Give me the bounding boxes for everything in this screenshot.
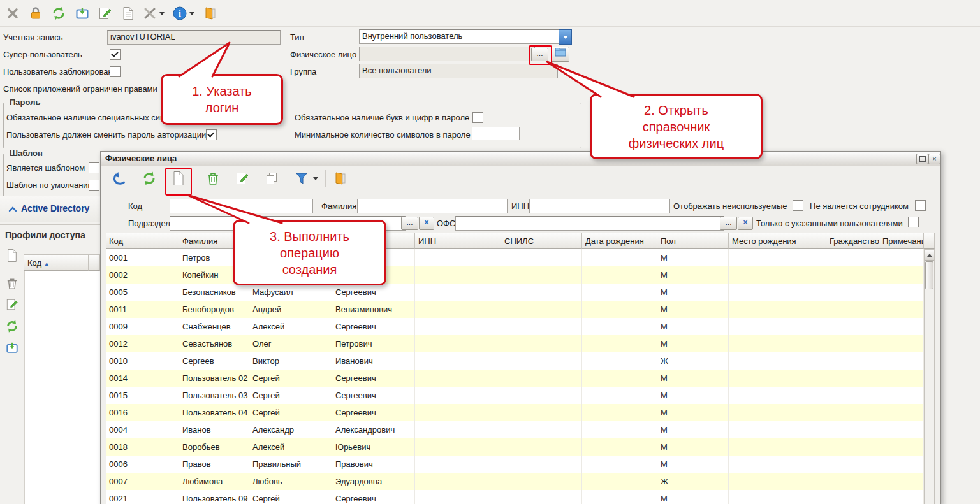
column-header[interactable]: Место рождения <box>729 233 826 249</box>
maximize-dialog-button[interactable] <box>916 154 928 164</box>
close-form-button[interactable] <box>4 4 22 22</box>
table-row[interactable]: 0010СергеевВикторИвановичЖ <box>106 352 924 370</box>
profiles-header-stub <box>89 254 100 271</box>
toolbar-separator <box>168 5 168 22</box>
column-header[interactable]: Дата рождения <box>582 233 657 249</box>
letters-digits-checkbox[interactable] <box>472 112 483 123</box>
tools-dropdown-caret-icon[interactable] <box>158 4 166 22</box>
table-row[interactable]: 0014Пользователь 02СергейСергеевичМ <box>106 370 924 387</box>
table-row[interactable]: 0001ПетровМ <box>106 249 924 266</box>
table-row[interactable]: 0009СнабженцевАлексейСергеевичМ <box>106 318 924 335</box>
clear-icon: × <box>743 218 747 227</box>
person-field[interactable] <box>359 47 535 61</box>
document-button[interactable] <box>119 4 137 22</box>
table-cell: М <box>657 318 729 335</box>
refresh-button[interactable] <box>50 4 68 22</box>
callout-1: 1. Указать логин <box>161 74 283 125</box>
edit-button[interactable] <box>96 4 114 22</box>
info-button[interactable]: i <box>171 4 189 22</box>
table-scrollbar[interactable] <box>924 249 935 504</box>
table-row[interactable]: 0021Пользователь 09СергейСергеевичМ <box>106 490 924 504</box>
table-row[interactable]: 0018ВоробьевАлексейЮрьевичМ <box>106 438 924 456</box>
ofs-lookup-button[interactable]: ... <box>720 217 737 230</box>
dialog-copy-button[interactable] <box>263 169 281 187</box>
column-header[interactable]: Код <box>106 233 179 249</box>
profiles-refresh-button[interactable] <box>3 317 21 335</box>
dialog-edit-button[interactable] <box>233 169 251 187</box>
dialog-delete-button[interactable] <box>204 169 222 187</box>
ofs-input[interactable] <box>455 216 724 231</box>
table-cell <box>501 249 582 266</box>
table-cell <box>582 301 657 318</box>
table-cell: Правович <box>332 456 415 473</box>
table-cell <box>729 490 826 504</box>
blocked-checkbox[interactable] <box>110 66 121 77</box>
column-header[interactable]: Гражданство <box>826 233 879 249</box>
lock-button[interactable] <box>27 4 45 22</box>
dialog-undo-button[interactable] <box>111 169 129 187</box>
import-button[interactable] <box>73 4 91 22</box>
table-row[interactable]: 0012СевастьяновОлегПетровичМ <box>106 335 924 352</box>
profiles-edit-button[interactable] <box>3 296 21 313</box>
table-cell: Юрьевич <box>332 438 415 456</box>
folder-icon <box>555 47 566 57</box>
table-row[interactable]: 0015Пользователь 03СергейСергеевичМ <box>106 387 924 404</box>
only-with-users-checkbox[interactable] <box>908 217 919 227</box>
table-row[interactable]: 0007ЛюбимоваЛюбовьЭдуардовнаЖ <box>106 473 924 490</box>
table-cell <box>729 318 826 335</box>
dialog-refresh-button[interactable] <box>140 169 158 187</box>
department-clear-button[interactable]: × <box>419 217 434 230</box>
must-change-checkbox[interactable] <box>206 129 217 140</box>
table-cell <box>582 318 657 335</box>
table-cell <box>582 266 657 284</box>
show-unused-checkbox[interactable] <box>793 200 803 211</box>
tools-button[interactable] <box>141 4 159 22</box>
filter-inn-input[interactable] <box>529 199 670 213</box>
table-row[interactable]: 0005БезопасниковМафусаилСергеевичМ <box>106 284 924 301</box>
min-chars-field[interactable] <box>472 127 520 140</box>
table-cell <box>729 404 826 421</box>
table-cell <box>582 490 657 504</box>
table-row[interactable]: 0006ПравовПравильныйПравовичМ <box>106 456 924 473</box>
filter-dropdown-caret-icon[interactable] <box>312 169 319 187</box>
table-cell <box>729 301 826 318</box>
ofs-clear-button[interactable]: × <box>738 217 753 230</box>
default-template-checkbox[interactable] <box>89 180 99 191</box>
profiles-delete-button[interactable] <box>3 275 21 292</box>
filter-surname-input[interactable] <box>357 199 508 213</box>
profiles-create-button[interactable] <box>3 247 21 264</box>
table-row[interactable]: 0011БелобородовАндрейВениаминовичМ <box>106 301 924 318</box>
profiles-import-button[interactable] <box>3 339 21 357</box>
profiles-list-body[interactable] <box>24 271 101 504</box>
filter-surname-label: Фамилия <box>321 201 356 211</box>
profiles-code-header[interactable]: Код ▲ <box>24 254 89 271</box>
column-header[interactable]: Примечание <box>879 233 924 249</box>
column-header[interactable]: Пол <box>657 233 729 249</box>
column-header[interactable]: СНИЛС <box>501 233 582 249</box>
table-cell <box>879 438 924 456</box>
table-row[interactable]: 0002КопейкинМ <box>106 266 924 284</box>
group-field[interactable]: Все пользователи <box>359 64 558 78</box>
table-row[interactable]: 0016Пользователь 04СергейСергеевичМ <box>106 404 924 421</box>
table-cell: Сергеевич <box>332 387 415 404</box>
department-lookup-button[interactable]: ... <box>401 217 418 230</box>
column-header[interactable]: ИНН <box>415 233 501 249</box>
is-template-checkbox[interactable] <box>89 162 99 173</box>
close-dialog-button[interactable]: × <box>928 154 940 164</box>
superuser-checkbox[interactable] <box>110 49 121 60</box>
scroll-up-icon[interactable] <box>925 250 934 261</box>
type-combobox[interactable]: Внутренний пользователь <box>359 29 565 44</box>
persons-dialog-titlebar[interactable]: Физические лица <box>101 152 940 166</box>
refresh-icon <box>142 171 157 186</box>
active-directory-section[interactable]: Active Directory <box>0 196 100 222</box>
table-cell: М <box>657 438 729 456</box>
table-cell <box>415 387 501 404</box>
dialog-exit-button[interactable] <box>332 169 349 187</box>
type-dropdown-button[interactable] <box>559 29 572 45</box>
scrollbar-thumb[interactable] <box>925 261 933 289</box>
table-row[interactable]: 0004ИвановАлександрАлександровичМ <box>106 421 924 438</box>
exit-button[interactable] <box>201 4 219 22</box>
not-employee-checkbox[interactable] <box>915 200 926 211</box>
info-dropdown-caret-icon[interactable] <box>188 4 196 22</box>
dialog-filter-button[interactable] <box>293 169 311 187</box>
